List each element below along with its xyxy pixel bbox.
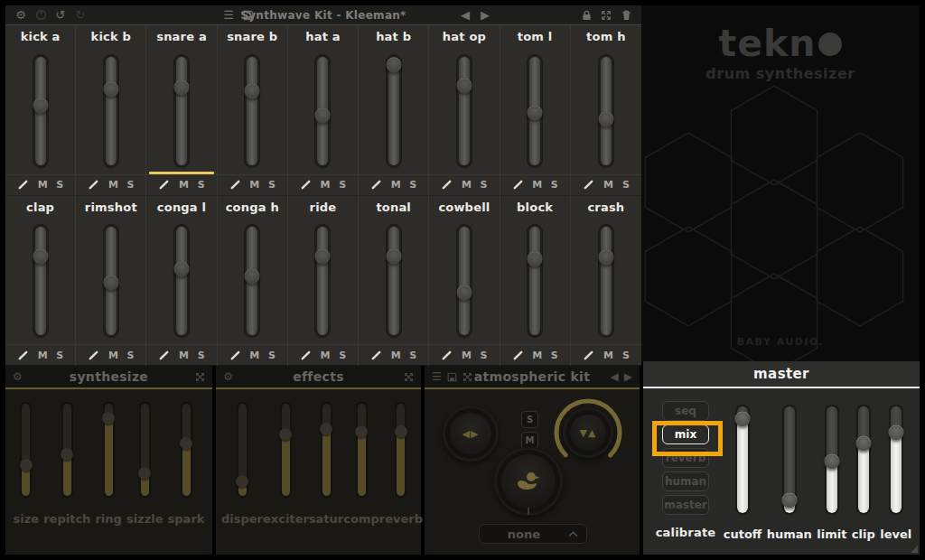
slider-thumb[interactable]: [386, 58, 401, 73]
pad-volume-slider[interactable]: [456, 224, 472, 338]
edit-pencil-icon[interactable]: [370, 179, 382, 191]
ring-slider[interactable]: [103, 402, 115, 498]
solo-button[interactable]: S: [409, 179, 416, 191]
mute-button[interactable]: M: [179, 179, 189, 191]
solo-button[interactable]: S: [198, 179, 205, 191]
pad-hat-a[interactable]: hat aMS: [288, 25, 359, 196]
next-preset-icon[interactable]: ▶: [477, 8, 493, 22]
edit-pencil-icon[interactable]: [17, 350, 29, 361]
slider-thumb[interactable]: [395, 425, 407, 438]
slider-thumb[interactable]: [456, 79, 472, 94]
edit-pencil-icon[interactable]: [441, 179, 453, 191]
pad-volume-slider[interactable]: [33, 54, 49, 168]
pad-cowbell[interactable]: cowbellMS: [429, 196, 500, 367]
atmospheric-prev-icon[interactable]: ◀: [611, 370, 619, 383]
slider-thumb[interactable]: [824, 454, 839, 470]
solo-button[interactable]: S: [409, 350, 416, 361]
mute-button[interactable]: M: [321, 350, 331, 361]
pad-volume-slider[interactable]: [314, 54, 331, 168]
solo-button[interactable]: S: [339, 350, 346, 361]
mute-button[interactable]: M: [603, 350, 613, 361]
mute-button[interactable]: M: [462, 179, 472, 191]
mode-button-human[interactable]: human: [662, 471, 709, 491]
human-slider[interactable]: [782, 405, 797, 515]
solo-button[interactable]: S: [56, 179, 63, 191]
pad-tom-l[interactable]: tom lMS: [500, 25, 571, 196]
edit-pencil-icon[interactable]: [583, 350, 594, 361]
level-slider[interactable]: [889, 405, 903, 515]
comp-slider[interactable]: [356, 402, 368, 498]
edit-pencil-icon[interactable]: [300, 350, 312, 361]
atmospheric-solo-button[interactable]: S: [521, 411, 538, 428]
edit-pencil-icon[interactable]: [512, 179, 524, 191]
slider-thumb[interactable]: [138, 467, 151, 480]
edit-pencil-icon[interactable]: [229, 350, 241, 361]
mute-button[interactable]: M: [38, 350, 48, 361]
undo-icon[interactable]: ↺: [52, 8, 69, 22]
solo-button[interactable]: S: [551, 350, 558, 361]
cutoff-slider[interactable]: [735, 405, 750, 515]
edit-pencil-icon[interactable]: [300, 179, 312, 191]
slider-thumb[interactable]: [102, 412, 115, 425]
repitch-slider[interactable]: [61, 402, 73, 498]
slider-thumb[interactable]: [174, 262, 190, 277]
pad-volume-slider[interactable]: [103, 224, 119, 338]
pad-volume-slider[interactable]: [33, 224, 49, 338]
size-slider[interactable]: [20, 402, 32, 498]
slider-thumb[interactable]: [735, 412, 751, 427]
slider-thumb[interactable]: [20, 459, 33, 471]
resize-handle[interactable]: [911, 546, 918, 553]
pad-snare-b[interactable]: snare bMS: [218, 25, 288, 196]
edit-pencil-icon[interactable]: [158, 179, 170, 191]
pad-conga-h[interactable]: conga hMS: [218, 196, 288, 367]
pad-volume-slider[interactable]: [386, 224, 402, 338]
pad-kick-b[interactable]: kick bMS: [76, 25, 146, 196]
mute-button[interactable]: M: [108, 350, 118, 361]
pad-ride[interactable]: rideMS: [288, 196, 359, 367]
effects-gear-icon[interactable]: ⚙: [223, 370, 233, 383]
mute-button[interactable]: M: [321, 179, 331, 191]
disper-slider[interactable]: [237, 402, 248, 498]
atmospheric-menu-icon[interactable]: ☰: [432, 370, 442, 383]
pad-snare-a[interactable]: snare aMS: [146, 25, 217, 196]
slider-thumb[interactable]: [315, 248, 331, 264]
pad-volume-slider[interactable]: [173, 54, 190, 168]
pad-block[interactable]: blockMS: [500, 196, 571, 367]
solo-button[interactable]: S: [622, 350, 630, 361]
pad-volume-slider[interactable]: [103, 54, 119, 168]
mute-button[interactable]: M: [108, 179, 118, 191]
satur-slider[interactable]: [321, 402, 332, 498]
pad-volume-slider[interactable]: [456, 54, 472, 168]
pad-volume-slider[interactable]: [244, 54, 260, 168]
slider-thumb[interactable]: [279, 428, 292, 441]
sample-select-knob[interactable]: ◀▶: [443, 406, 499, 462]
pad-volume-slider[interactable]: [314, 224, 331, 338]
pad-tonal[interactable]: tonalMS: [359, 196, 429, 367]
slider-thumb[interactable]: [103, 81, 118, 97]
solo-button[interactable]: S: [551, 179, 558, 191]
bypass-icon[interactable]: [33, 8, 49, 22]
slider-thumb[interactable]: [245, 268, 260, 284]
edit-pencil-icon[interactable]: [370, 350, 382, 361]
pitch-knob[interactable]: ▼▲: [563, 407, 613, 458]
slider-thumb[interactable]: [528, 105, 543, 120]
mute-button[interactable]: M: [603, 179, 613, 191]
mute-button[interactable]: M: [532, 350, 542, 361]
slider-thumb[interactable]: [236, 475, 248, 488]
mute-button[interactable]: M: [391, 350, 401, 361]
mode-button-mix[interactable]: mix: [662, 425, 709, 444]
slider-thumb[interactable]: [33, 248, 48, 264]
solo-button[interactable]: S: [481, 350, 488, 361]
slider-thumb[interactable]: [355, 425, 368, 438]
pad-volume-slider[interactable]: [598, 54, 614, 168]
duck-volume-knob[interactable]: [494, 447, 563, 516]
mute-button[interactable]: M: [462, 350, 472, 361]
kit-dropdown[interactable]: none: [479, 524, 587, 544]
edit-pencil-icon[interactable]: [88, 179, 99, 191]
effects-expand-icon[interactable]: [404, 372, 414, 382]
mute-button[interactable]: M: [38, 179, 48, 191]
slider-thumb[interactable]: [386, 248, 401, 264]
exciter-slider[interactable]: [280, 402, 292, 498]
edit-pencil-icon[interactable]: [583, 179, 594, 191]
spark-slider[interactable]: [181, 402, 192, 498]
